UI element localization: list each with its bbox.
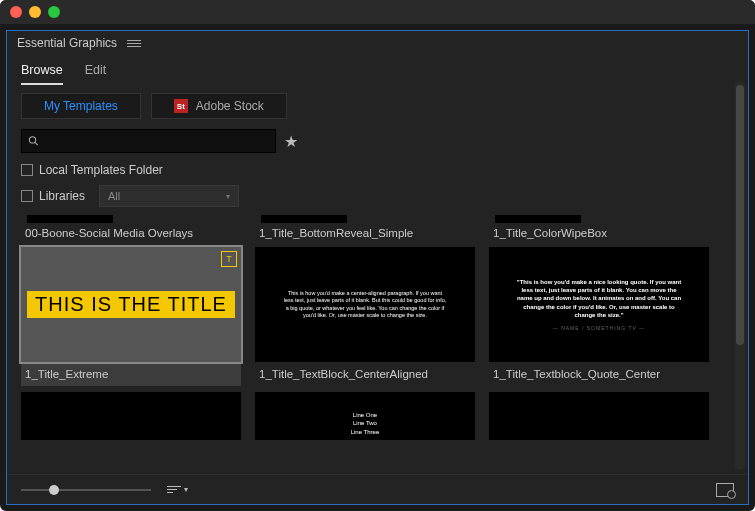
libraries-label: Libraries	[39, 189, 85, 203]
search-input[interactable]	[45, 134, 269, 148]
source-adobe-stock[interactable]: St Adobe Stock	[151, 93, 287, 119]
scrollbar[interactable]	[735, 81, 745, 470]
template-thumbnail: This is how you'd make a center-aligned …	[255, 247, 475, 362]
local-folder-row: Local Templates Folder	[21, 163, 734, 177]
template-thumbnail: "This is how you'd make a nice looking q…	[489, 247, 709, 362]
essential-graphics-panel: Essential Graphics Browse Edit My Templa…	[6, 30, 749, 505]
panel-footer: ▾	[7, 474, 748, 504]
mogrt-badge-icon: T	[221, 251, 237, 267]
titlebar	[0, 0, 755, 24]
sort-icon	[167, 484, 181, 495]
folder-row: 00-Boone-Social Media Overlays 1_Title_B…	[21, 215, 734, 245]
folder-item[interactable]: 00-Boone-Social Media Overlays	[21, 215, 241, 245]
libraries-filter-value: All	[108, 190, 120, 202]
svg-point-0	[29, 137, 35, 143]
folder-item[interactable]: 1_Title_ColorWipeBox	[489, 215, 709, 245]
zoom-traffic-light[interactable]	[48, 6, 60, 18]
chevron-down-icon: ▾	[226, 192, 230, 201]
favorites-star-icon[interactable]: ★	[284, 132, 298, 151]
template-thumbnail: Line One Line Two Line Three	[255, 392, 475, 440]
tab-edit[interactable]: Edit	[85, 63, 107, 85]
search-icon	[28, 135, 39, 147]
source-row: My Templates St Adobe Stock	[21, 93, 734, 119]
local-folder-label: Local Templates Folder	[39, 163, 163, 177]
template-item-extreme[interactable]: T THIS IS THE TITLE 1_Title_Extreme	[21, 247, 241, 386]
sort-button[interactable]: ▾	[167, 484, 188, 495]
folder-label: 00-Boone-Social Media Overlays	[21, 223, 241, 245]
slider-track	[21, 489, 151, 491]
folder-item[interactable]: 1_Title_BottomReveal_Simple	[255, 215, 475, 245]
adobe-stock-icon: St	[174, 99, 188, 113]
thumbnail-lines: Line One Line Two Line Three	[351, 411, 380, 436]
template-item-quote-center[interactable]: "This is how you'd make a nice looking q…	[489, 247, 709, 386]
thumbnail-quote: "This is how you'd make a nice looking q…	[489, 278, 709, 318]
source-adobe-stock-label: Adobe Stock	[196, 99, 264, 113]
folder-label: 1_Title_BottomReveal_Simple	[255, 223, 475, 245]
template-item[interactable]	[489, 392, 709, 440]
template-item[interactable]: Line One Line Two Line Three	[255, 392, 475, 440]
thumbnail-paragraph: This is how you'd make a center-aligned …	[255, 290, 475, 319]
panel-tabs: Browse Edit	[7, 55, 748, 85]
chevron-down-icon: ▾	[184, 485, 188, 494]
slider-thumb[interactable]	[49, 485, 59, 495]
search-field[interactable]	[21, 129, 276, 153]
panel-header: Essential Graphics	[7, 31, 748, 55]
folder-tab-icon	[495, 215, 581, 223]
thumbnail-title-text: THIS IS THE TITLE	[27, 291, 235, 318]
template-thumbnail	[21, 392, 241, 440]
panel-body: My Templates St Adobe Stock ★ Local Temp…	[7, 85, 748, 504]
source-my-templates-label: My Templates	[44, 99, 118, 113]
libraries-filter-select[interactable]: All ▾	[99, 185, 239, 207]
app-window: Essential Graphics Browse Edit My Templa…	[0, 0, 755, 511]
folder-label: 1_Title_ColorWipeBox	[489, 223, 709, 245]
thumbnail-size-slider[interactable]	[21, 483, 151, 497]
libraries-row: Libraries All ▾	[21, 185, 734, 207]
template-label: 1_Title_Textblock_Quote_Center	[489, 362, 709, 386]
libraries-checkbox[interactable]	[21, 190, 33, 202]
new-item-icon[interactable]	[716, 483, 734, 497]
thumbnail-attribution: — NAME / SOMETHING.TV —	[553, 325, 645, 331]
template-grid: T THIS IS THE TITLE 1_Title_Extreme This…	[21, 247, 734, 440]
local-folder-checkbox[interactable]	[21, 164, 33, 176]
svg-line-1	[35, 142, 38, 145]
folder-tab-icon	[27, 215, 113, 223]
minimize-traffic-light[interactable]	[29, 6, 41, 18]
template-thumbnail	[489, 392, 709, 440]
folder-tab-icon	[261, 215, 347, 223]
source-my-templates[interactable]: My Templates	[21, 93, 141, 119]
template-thumbnail: T THIS IS THE TITLE	[21, 247, 241, 362]
scrollbar-thumb[interactable]	[736, 85, 744, 345]
template-item-centeraligned[interactable]: This is how you'd make a center-aligned …	[255, 247, 475, 386]
panel-title: Essential Graphics	[17, 36, 117, 50]
panel-menu-icon[interactable]	[127, 40, 141, 47]
template-label: 1_Title_Extreme	[21, 362, 241, 386]
tab-browse[interactable]: Browse	[21, 63, 63, 85]
close-traffic-light[interactable]	[10, 6, 22, 18]
template-item[interactable]	[21, 392, 241, 440]
search-row: ★	[21, 129, 734, 153]
template-label: 1_Title_TextBlock_CenterAligned	[255, 362, 475, 386]
